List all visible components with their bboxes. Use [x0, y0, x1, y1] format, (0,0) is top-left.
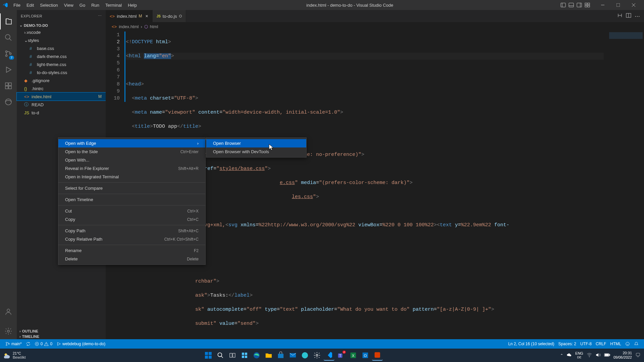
status-feedback-icon[interactable] [623, 342, 632, 346]
weather-widget[interactable]: 21°C Bewölkt [3, 351, 26, 359]
menu-open-timeline[interactable]: Open Timeline [58, 195, 205, 204]
status-eol[interactable]: CRLF [594, 342, 608, 346]
submenu-open-browser[interactable]: Open Browser [206, 139, 306, 147]
menu-selection[interactable]: Selection [37, 1, 60, 9]
tray-notifications-icon[interactable] [635, 352, 641, 358]
extensions-icon[interactable] [0, 78, 17, 94]
more-actions-icon[interactable]: ⋯ [98, 14, 102, 18]
file-base-css[interactable]: #base.css [17, 44, 106, 52]
accounts-icon[interactable] [0, 304, 17, 320]
tray-language[interactable]: ENG DE [575, 351, 583, 359]
menu-file[interactable]: File [11, 1, 23, 9]
tray-onedrive-icon[interactable] [567, 352, 572, 358]
taskbar-recording[interactable] [372, 350, 383, 361]
taskbar-settings[interactable] [312, 350, 322, 361]
menu-rename[interactable]: RenameF2 [58, 246, 205, 255]
taskbar-outlook[interactable]: O [360, 350, 371, 361]
taskbar-search[interactable] [215, 350, 226, 361]
status-encoding[interactable]: UTF-8 [578, 342, 594, 346]
compare-changes-icon[interactable] [617, 13, 623, 19]
outline-section[interactable]: ›OUTLINE [17, 328, 106, 334]
folder-vscode[interactable]: ›.vscode [17, 28, 106, 36]
tray-clock[interactable]: 20:31 09/06/2022 [613, 351, 632, 360]
taskbar-edge-dev[interactable] [300, 350, 310, 361]
status-branch[interactable]: main* [3, 342, 24, 346]
taskbar-widgets[interactable] [239, 350, 250, 361]
taskbar-store[interactable] [275, 350, 286, 361]
menu-help[interactable]: Help [125, 1, 140, 9]
status-indentation[interactable]: Spaces: 2 [556, 342, 578, 346]
edge-tools-icon[interactable] [0, 94, 17, 110]
taskbar-vscode[interactable] [324, 350, 334, 361]
status-problems[interactable]: 0 0 [33, 342, 54, 346]
menu-copy-relative-path[interactable]: Copy Relative PathCtrl+K Ctrl+Shift+C [58, 235, 205, 243]
menu-select-compare[interactable]: Select for Compare [58, 184, 205, 192]
menu-open-with-edge[interactable]: Open with Edge› [58, 139, 205, 147]
file-context-menu: Open with Edge› Open to the SideCtrl+Ent… [58, 137, 206, 265]
taskbar-edge[interactable] [251, 350, 262, 361]
minimap[interactable] [604, 31, 644, 339]
taskbar-excel[interactable]: X [348, 350, 359, 361]
taskbar-task-view[interactable] [227, 350, 238, 361]
more-actions-icon[interactable]: ⋯ [635, 13, 640, 19]
menu-view[interactable]: View [61, 1, 76, 9]
status-cursor-position[interactable]: Ln 2, Col 16 (10 selected) [506, 342, 556, 346]
submenu-open-browser-devtools[interactable]: Open Browser with DevTools [206, 147, 306, 156]
status-debug-target[interactable]: webdebug (demo-to-do) [54, 342, 107, 346]
menu-edit[interactable]: Edit [24, 1, 37, 9]
file-readme[interactable]: ⓘREAD [17, 101, 106, 109]
html-file-icon: <> [110, 14, 115, 19]
file-todo-styles[interactable]: #to-do-styles.css [17, 68, 106, 76]
status-notifications-icon[interactable] [632, 342, 641, 346]
menu-run[interactable]: Run [89, 1, 102, 9]
tray-chevron-up-icon[interactable]: ⌃ [560, 353, 563, 358]
file-gitignore[interactable]: ◆.gitignore [17, 76, 106, 84]
taskbar-apps: T2 X O [26, 350, 560, 361]
status-language[interactable]: HTML [608, 342, 623, 346]
maximize-button[interactable] [610, 0, 626, 10]
file-light-theme[interactable]: #light-theme.css [17, 60, 106, 68]
minimize-button[interactable] [595, 0, 610, 10]
file-index-html[interactable]: <>index.htmlM [17, 93, 106, 101]
breadcrumb[interactable]: <> index.html › ⬡ html [106, 22, 644, 31]
source-control-icon[interactable]: 7 [0, 46, 17, 62]
tray-volume-icon[interactable] [595, 352, 601, 358]
menu-reveal-explorer[interactable]: Reveal in File ExplorerShift+Alt+R [58, 164, 205, 173]
menu-copy[interactable]: CopyCtrl+C [58, 215, 205, 224]
folder-styles[interactable]: ⌄styles [17, 36, 106, 44]
tray-battery-icon[interactable] [604, 353, 610, 358]
close-tab-icon[interactable]: × [145, 13, 148, 19]
svg-point-52 [302, 352, 308, 358]
menu-terminal[interactable]: Terminal [103, 1, 124, 9]
taskbar-file-explorer[interactable] [263, 350, 274, 361]
settings-gear-icon[interactable] [0, 323, 17, 339]
file-todo-js[interactable]: JSto-d [17, 109, 106, 117]
menu-cut[interactable]: CutCtrl+X [58, 207, 205, 215]
file-dark-theme[interactable]: #dark-theme.css [17, 52, 106, 60]
taskbar-mail[interactable] [287, 350, 298, 361]
run-debug-icon[interactable] [0, 62, 17, 78]
menu-delete[interactable]: DeleteDelete [58, 255, 205, 263]
file-hintrc[interactable]: {}.hintrc [17, 84, 106, 93]
status-sync[interactable] [24, 342, 33, 346]
toggle-secondary-sidebar-icon[interactable] [576, 2, 582, 8]
customize-layout-icon[interactable] [584, 2, 590, 8]
explorer-icon[interactable] [0, 13, 17, 29]
toggle-panel-icon[interactable] [568, 2, 574, 8]
menu-open-terminal[interactable]: Open in Integrated Terminal [58, 173, 205, 181]
taskbar-teams[interactable]: T2 [336, 350, 346, 361]
search-icon[interactable] [0, 29, 17, 46]
timeline-section[interactable]: ›TIMELINE [17, 334, 106, 339]
tray-wifi-icon[interactable] [587, 352, 592, 358]
menu-open-to-side[interactable]: Open to the SideCtrl+Enter [58, 147, 205, 156]
tab-todo-js[interactable]: JS to-do.js [153, 10, 186, 22]
menu-open-with[interactable]: Open With... [58, 156, 205, 164]
tab-index-html[interactable]: <> index.html M × [106, 10, 153, 22]
split-editor-icon[interactable] [626, 13, 631, 19]
close-button[interactable] [626, 0, 641, 10]
menu-copy-path[interactable]: Copy PathShift+Alt+C [58, 227, 205, 235]
project-header[interactable]: ⌄ DEMO-TO-DO [17, 22, 106, 28]
start-button[interactable] [203, 350, 214, 361]
toggle-primary-sidebar-icon[interactable] [560, 2, 566, 8]
menu-go[interactable]: Go [77, 1, 88, 9]
